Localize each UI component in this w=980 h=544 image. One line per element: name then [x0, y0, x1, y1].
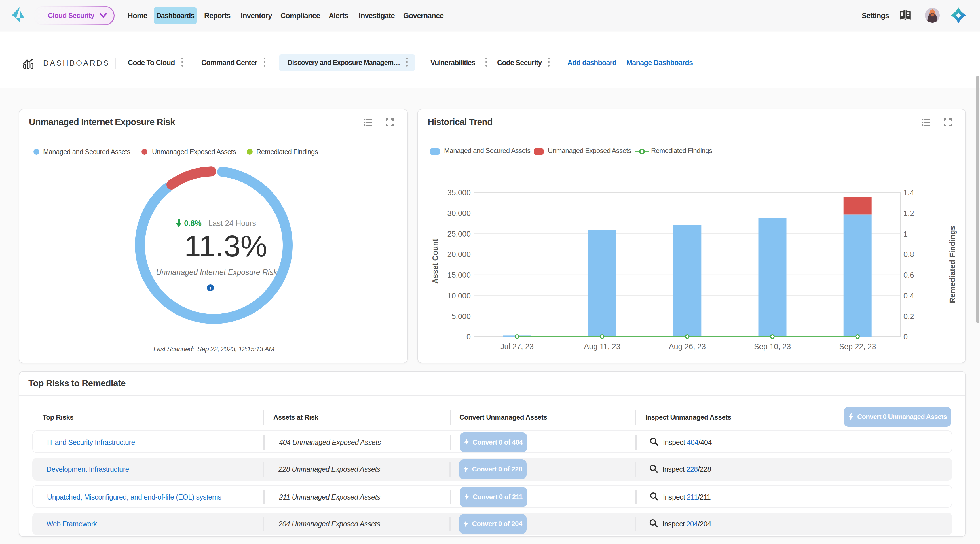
- svg-text:25,000: 25,000: [447, 230, 471, 238]
- svg-text:5,000: 5,000: [452, 312, 471, 321]
- svg-text:Asset Count: Asset Count: [431, 239, 439, 284]
- svg-text:1.2: 1.2: [904, 209, 914, 217]
- svg-text:0.6: 0.6: [904, 271, 914, 279]
- svg-text:Remediated Findings: Remediated Findings: [948, 226, 957, 303]
- svg-text:Aug 11, 23: Aug 11, 23: [584, 342, 620, 351]
- svg-text:0: 0: [466, 333, 471, 341]
- svg-text:0: 0: [904, 333, 908, 341]
- svg-text:Aug 26, 23: Aug 26, 23: [669, 342, 706, 351]
- svg-text:0.2: 0.2: [904, 312, 914, 321]
- svg-text:0.8: 0.8: [904, 250, 914, 259]
- svg-text:30,000: 30,000: [447, 209, 471, 217]
- svg-text:0.4: 0.4: [904, 292, 914, 300]
- svg-text:Jul 27, 23: Jul 27, 23: [501, 342, 534, 351]
- svg-text:Sep 10, 23: Sep 10, 23: [754, 342, 791, 351]
- svg-text:20,000: 20,000: [447, 250, 471, 259]
- svg-text:Sep 22, 23: Sep 22, 23: [839, 342, 876, 351]
- svg-text:10,000: 10,000: [447, 292, 471, 300]
- svg-text:1.4: 1.4: [904, 189, 914, 197]
- svg-text:15,000: 15,000: [447, 271, 471, 279]
- svg-text:35,000: 35,000: [447, 189, 471, 197]
- svg-text:1: 1: [904, 230, 908, 238]
